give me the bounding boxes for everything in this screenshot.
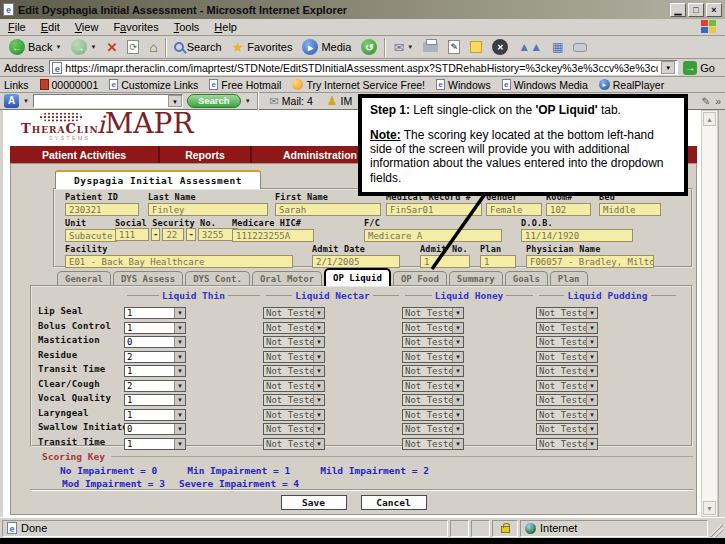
media-button[interactable]: ▸ Media xyxy=(297,37,356,58)
cancel-button[interactable]: Cancel xyxy=(361,495,427,510)
go-arrow-icon: → xyxy=(683,61,697,75)
search-toolbar-button[interactable]: Search xyxy=(169,37,227,58)
score-dropdown[interactable]: Not Tested▼ xyxy=(536,438,598,450)
assessment-row-swallow-initiate: Swallow Initiate0▼Not Tested▼Not Tested▼… xyxy=(36,418,687,433)
tab-goals[interactable]: Goals xyxy=(505,271,548,286)
address-input[interactable]: https://imapr.theraclin.com/imaprtest/ST… xyxy=(49,60,678,75)
field-input[interactable]: Finley xyxy=(148,203,268,216)
tab-op-liquid[interactable]: OP Liquid xyxy=(324,268,391,286)
toolbar-search-input[interactable]: ▼ xyxy=(33,94,183,108)
tab-plan[interactable]: Plan xyxy=(550,271,588,286)
refresh-button[interactable]: ⟳ xyxy=(122,37,144,58)
menu-favorites[interactable]: Favorites xyxy=(113,21,158,33)
security-pane xyxy=(492,520,518,537)
field-input[interactable]: F06057 - Bradley, Milton xyxy=(526,255,654,268)
nav-patient-activities[interactable]: Patient Activities xyxy=(10,146,160,163)
research-button[interactable]: ▲▲ xyxy=(513,37,547,58)
forward-button[interactable]: → ▼ xyxy=(66,37,101,58)
vertical-scrollbar[interactable]: ▲ ▼ xyxy=(701,110,718,517)
history-button[interactable]: ↺ xyxy=(356,37,382,58)
menu-edit[interactable]: Edit xyxy=(41,21,60,33)
field-input[interactable]: Middle xyxy=(599,203,661,216)
callout-note-text: Note: The scoring key located at the bot… xyxy=(370,128,676,185)
dropdown-arrow-icon[interactable]: ▼ xyxy=(586,439,597,449)
dropdown-arrow-icon[interactable]: ▼ xyxy=(452,439,463,449)
menu-file[interactable]: File xyxy=(8,21,26,33)
score-dropdown[interactable]: Not Tested▼ xyxy=(263,438,325,450)
scroll-down-icon[interactable]: ▼ xyxy=(703,501,716,515)
field-input[interactable]: 230321 xyxy=(65,203,139,216)
field-input[interactable]: 111223255A xyxy=(232,229,314,242)
edit-button[interactable]: ✎ xyxy=(443,37,465,58)
pen-icon[interactable]: ✎ xyxy=(701,95,710,107)
field-input[interactable]: 102 xyxy=(546,203,591,216)
link-windows[interactable]: Windows xyxy=(436,79,491,91)
stop-button[interactable]: ✕ xyxy=(101,37,122,58)
toolbar-separator xyxy=(257,92,259,111)
field-input[interactable]: 11/14/1920 xyxy=(521,229,633,242)
scroll-up-icon[interactable]: ▲ xyxy=(703,112,716,126)
forward-dropdown-icon[interactable]: ▼ xyxy=(90,44,96,50)
scoring-key-item: Mod Impairment = 3 xyxy=(62,478,165,489)
link-try-internet-service-free[interactable]: Try Internet Service Free! xyxy=(292,79,425,91)
link-customize-links[interactable]: Customize Links xyxy=(109,79,198,91)
scoring-key-item: No Impairment = 0 xyxy=(60,465,157,476)
score-dropdown[interactable]: Not Tested▼ xyxy=(402,438,464,450)
link-free-hotmail[interactable]: Free Hotmail xyxy=(209,79,281,91)
go-button[interactable]: → Go xyxy=(683,61,721,75)
field-label: D.O.B. xyxy=(521,218,633,228)
field-input[interactable]: Subacute xyxy=(65,229,117,242)
link-realplayer[interactable]: RealPlayer xyxy=(599,79,664,91)
research-icon: ▲▲ xyxy=(518,40,542,54)
nav-reports[interactable]: Reports xyxy=(160,146,252,163)
favorites-button[interactable]: ★ Favorites xyxy=(227,37,298,58)
tab-oral-motor[interactable]: Oral Motor xyxy=(252,271,322,286)
window-title: Edit Dysphagia Initial Assessment - Micr… xyxy=(18,4,670,16)
discuss-button[interactable] xyxy=(568,37,592,58)
assessment-row-clear-cough: Clear/Cough2▼Not Tested▼Not Tested▼Not T… xyxy=(36,375,687,390)
tab-dys-cont[interactable]: DYS Cont. xyxy=(185,271,250,286)
ssn-input[interactable]: 111 xyxy=(115,228,149,241)
app-dropdown-icon[interactable]: ▼ xyxy=(23,98,29,104)
score-dropdown[interactable]: 1▼ xyxy=(124,438,186,450)
field-input[interactable]: E01 - Back Bay Healthcare xyxy=(65,255,293,268)
address-dropdown-icon[interactable]: ▼ xyxy=(661,61,675,74)
field-label: Unit xyxy=(65,218,117,228)
back-button[interactable]: ← Back ▼ xyxy=(4,37,66,58)
search-options-icon[interactable]: ▼ xyxy=(245,98,251,104)
home-button[interactable]: ⌂ xyxy=(144,37,162,58)
back-dropdown-icon[interactable]: ▼ xyxy=(55,44,61,50)
close-button[interactable]: × xyxy=(706,3,722,17)
chevron-more-icon[interactable]: » xyxy=(715,95,721,107)
tools-extra-button[interactable]: ▦ xyxy=(547,37,568,58)
dropdown-arrow-icon[interactable]: ▼ xyxy=(174,439,185,449)
field-input[interactable]: 2/1/2005 xyxy=(312,255,400,268)
toolbar-im-button[interactable]: ♟ IM xyxy=(322,94,357,109)
link-00000001[interactable]: 00000001 xyxy=(40,79,99,91)
resize-grip[interactable] xyxy=(710,524,723,537)
mail-button[interactable]: ✉ ▼ xyxy=(388,37,418,58)
menu-tools[interactable]: Tools xyxy=(174,21,200,33)
toolbar-mail-button[interactable]: ✉ Mail: 4 xyxy=(265,94,318,109)
toolbar-app-icon[interactable]: A xyxy=(4,94,19,108)
dropdown-value: Not Tested xyxy=(537,439,586,449)
mail-icon: ✉ xyxy=(270,95,279,108)
menu-view[interactable]: View xyxy=(75,21,99,33)
notes-button[interactable] xyxy=(465,37,487,58)
dropdown-arrow-icon[interactable]: ▼ xyxy=(313,439,324,449)
link-windows-media[interactable]: Windows Media xyxy=(502,79,588,91)
toolbar-search-button[interactable]: Search xyxy=(187,94,241,108)
menu-help[interactable]: Help xyxy=(214,21,237,33)
print-button[interactable] xyxy=(418,37,443,58)
save-button[interactable]: Save xyxy=(281,495,347,510)
tab-dys-assess[interactable]: DYS Assess xyxy=(113,271,183,286)
field-d-o-b: D.O.B.11/14/1920 xyxy=(521,218,633,246)
mail-dropdown-icon[interactable]: ▼ xyxy=(407,44,413,50)
tab-general[interactable]: General xyxy=(57,271,111,286)
ssn-input[interactable]: 22 xyxy=(162,228,184,241)
combo-dropdown-icon[interactable]: ▼ xyxy=(168,95,182,107)
maximize-button[interactable]: □ xyxy=(688,3,704,17)
minimize-button[interactable]: ▁ xyxy=(670,3,686,17)
messenger-button[interactable]: ✕ xyxy=(487,37,513,58)
field-input[interactable]: Sarah xyxy=(275,203,381,216)
